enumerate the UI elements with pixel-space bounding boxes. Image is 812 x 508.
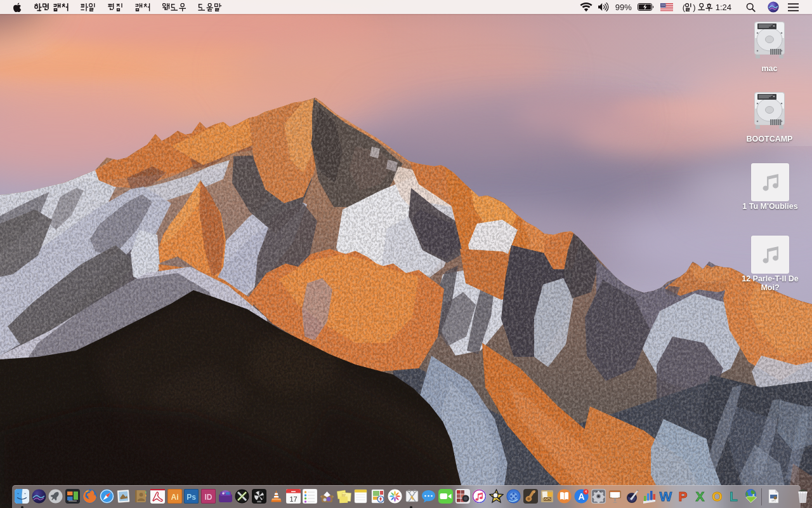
svg-text:X: X (695, 489, 704, 504)
svg-text:L: L (730, 489, 738, 504)
svg-text:W: W (660, 489, 672, 504)
svg-text:17: 17 (289, 495, 297, 503)
svg-text:O: O (712, 489, 722, 504)
svg-text:P: P (679, 489, 688, 504)
svg-text:Ai: Ai (171, 493, 178, 502)
svg-text:ID: ID (204, 493, 212, 502)
svg-text:MP3: MP3 (771, 500, 776, 502)
svg-text:Ps: Ps (187, 493, 196, 502)
svg-text:4: 4 (585, 490, 587, 493)
